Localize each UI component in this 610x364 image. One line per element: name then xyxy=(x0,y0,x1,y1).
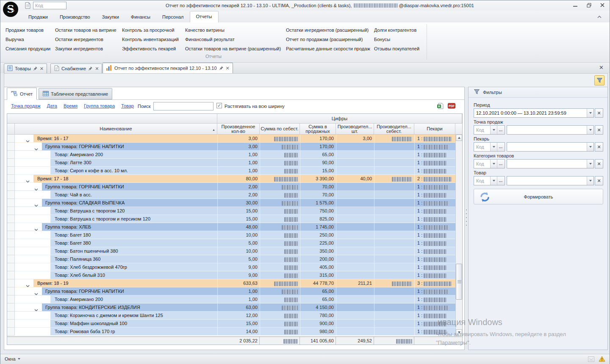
table-row[interactable]: Товар: Маффин шоколадный 10015,00900,001… xyxy=(7,320,462,328)
table-row[interactable]: Товар: Хлеб бездрожжевой 470гр9,00405,00… xyxy=(7,263,462,271)
grouping-link[interactable]: Товар xyxy=(121,103,134,108)
chevron-down-icon[interactable] xyxy=(587,160,593,168)
document-tab[interactable]: Товары✕ xyxy=(4,63,47,73)
expand-collapse-icon[interactable] xyxy=(34,290,38,295)
pin-icon[interactable] xyxy=(88,66,93,71)
expand-collapse-icon[interactable] xyxy=(26,177,30,183)
clear-filter-icon[interactable]: ✕ xyxy=(595,125,603,135)
table-row[interactable]: Товар: Ватрушка с творогом 12015,00750,0… xyxy=(7,207,462,215)
table-row[interactable]: Товар: Латте 3001,0090,001 : xyxy=(7,159,462,167)
menu-tab[interactable]: Закупки xyxy=(96,12,125,22)
ribbon-report-link[interactable]: Отзывы покупателей xyxy=(372,44,421,53)
table-row[interactable]: Товар: Американо 2001,0065,001 : xyxy=(7,295,462,303)
document-tab[interactable]: Снабжение✕ xyxy=(50,63,102,73)
table-row[interactable]: Группа товара: ХЛЕБ48,001 745,001 : xyxy=(7,223,462,231)
browse-icon[interactable]: … xyxy=(497,143,505,151)
expand-collapse-icon[interactable] xyxy=(34,201,38,207)
menu-tab[interactable]: Производство xyxy=(54,12,96,22)
filter-toggle-button[interactable] xyxy=(594,75,604,85)
export-excel-icon[interactable] xyxy=(437,103,444,110)
table-row[interactable]: Товар: Хлеб белый 3109,00315,001 : xyxy=(7,271,462,279)
pin-icon[interactable] xyxy=(33,66,38,71)
grouping-link[interactable]: Точка продаж xyxy=(11,103,41,108)
ribbon-report-link[interactable]: Контроль инвентаризаций xyxy=(120,35,180,44)
close-button[interactable] xyxy=(599,2,605,8)
collapse-ribbon-icon[interactable] xyxy=(597,15,603,20)
table-row[interactable]: Группа товара: ГОРЯЧИЕ НАПИТКИ2,0070,001… xyxy=(7,183,462,191)
clear-filter-icon[interactable]: ✕ xyxy=(595,142,603,152)
search-input[interactable] xyxy=(153,102,214,110)
table-row[interactable]: Товар: Корзиночка с джемом и кремом Шант… xyxy=(7,312,462,320)
table-row[interactable]: Товар: Сироп к кофе в асс. 10 мл.1,0015,… xyxy=(7,167,462,175)
ribbon-report-link[interactable]: Расчитанные данные скорости продаж xyxy=(284,44,372,53)
table-row[interactable]: Товар: Чай в асс.2,0070,001 : xyxy=(7,191,462,199)
code-lookup[interactable]: Код… xyxy=(474,176,505,185)
chevron-down-icon[interactable] xyxy=(587,109,593,117)
warning-icon[interactable] xyxy=(599,356,605,363)
menu-tab[interactable]: Финансы xyxy=(125,12,156,22)
ribbon-report-link[interactable]: Долги контрагентов xyxy=(372,25,421,35)
minimize-button[interactable] xyxy=(572,2,578,8)
clear-filter-icon[interactable]: ✕ xyxy=(595,159,603,168)
tab-close-icon[interactable]: ✕ xyxy=(40,66,44,71)
expand-collapse-icon[interactable] xyxy=(34,226,38,231)
ribbon-report-link[interactable]: Качество витрины xyxy=(183,25,283,35)
table-row[interactable]: Товар: Багет 18010,00250,001 : xyxy=(7,231,462,239)
period-input[interactable]: 12.10.2021 0:00:00 — 13.10.2021 23:59:59 xyxy=(474,108,594,118)
chevron-down-icon[interactable] xyxy=(490,126,497,134)
windows-menu[interactable]: Окна xyxy=(5,356,20,361)
table-row[interactable]: Время: 18 - 19633,6344 778,70211,213 : xyxy=(7,279,462,287)
ribbon-report-link[interactable]: Остатки ингредиентов xyxy=(53,35,118,44)
tab-table-view[interactable]: Табличное представление xyxy=(39,88,112,99)
expand-collapse-icon[interactable] xyxy=(26,282,30,287)
value-input[interactable] xyxy=(507,142,594,152)
chevron-down-icon[interactable] xyxy=(587,126,593,134)
tab-close-icon[interactable]: ✕ xyxy=(226,66,230,70)
chevron-down-icon[interactable] xyxy=(587,176,593,185)
column-header-sales-sum[interactable]: Сумма в продажных xyxy=(300,124,336,134)
column-header-cost-sum[interactable]: Сумма по себест. xyxy=(260,124,300,134)
table-row[interactable]: Время: 16 - 173,00170,003,001 : xyxy=(7,135,462,143)
menu-tab[interactable]: Отчеты xyxy=(190,11,219,22)
table-row[interactable]: Группа товара: ГОРЯЧИЕ НАПИТКИ3,00170,00… xyxy=(7,143,462,151)
code-input[interactable] xyxy=(33,2,67,9)
table-row[interactable]: Время: 17 - 1880,003 390,0040,002 : xyxy=(7,175,462,183)
chevron-down-icon[interactable] xyxy=(587,143,593,151)
stretch-checkbox[interactable]: ✓ xyxy=(216,103,222,108)
expand-collapse-icon[interactable] xyxy=(26,137,30,143)
grouping-link[interactable]: Дата xyxy=(47,103,57,108)
column-header-name[interactable]: Наименование▲ xyxy=(15,124,217,134)
ribbon-report-link[interactable]: Остатки товаров на витрине (расширенный) xyxy=(183,44,283,53)
pin-icon[interactable] xyxy=(219,66,224,71)
ribbon-report-link[interactable]: Продажи товаров xyxy=(4,25,52,35)
table-row[interactable]: Товар: Багет 3805,00225,001 : xyxy=(7,239,462,247)
table-row[interactable]: Группа товара: ГОРЯЧИЕ НАПИТКИ1,0065,001… xyxy=(7,287,462,295)
ribbon-report-link[interactable]: Остатки ингредиентов (расширенный) xyxy=(284,25,372,35)
ribbon-report-link[interactable]: Выручка xyxy=(4,35,52,44)
ribbon-report-link[interactable]: Закупки ингредиентов xyxy=(53,44,118,53)
code-lookup[interactable]: Код… xyxy=(474,159,505,168)
browse-icon[interactable]: … xyxy=(497,126,505,134)
table-row[interactable]: Группа товара: КОНДИТЕРСКИЕ ИЗДЕЛИЯ63,00… xyxy=(7,303,462,312)
table-row[interactable]: Группа товара: СЛАДКАЯ ВЫПЕЧКА30,001 575… xyxy=(7,199,462,207)
menu-tab[interactable]: Персонал xyxy=(156,12,190,22)
table-row[interactable]: Товар: Ромовая баба 170 гр14,00980,001 : xyxy=(7,328,462,336)
expand-collapse-icon[interactable] xyxy=(34,306,38,312)
table-row[interactable]: Товар: Американо 2001,0065,001 : xyxy=(7,151,462,159)
ribbon-report-link[interactable]: Остатки товаров на витрине xyxy=(53,25,118,35)
expand-collapse-icon[interactable] xyxy=(34,145,38,151)
value-input[interactable] xyxy=(507,176,594,185)
menu-tab[interactable]: Продажи xyxy=(22,12,54,22)
column-header-productivity-cost[interactable]: Производител... себест. xyxy=(374,124,414,134)
expand-collapse-icon[interactable] xyxy=(34,185,38,191)
panel-splitter[interactable] xyxy=(465,87,468,350)
document-tab[interactable]: Отчет по эффективности пекарей 12.10 - 1… xyxy=(103,63,233,73)
code-lookup[interactable]: Код… xyxy=(474,142,505,152)
generate-report-button[interactable]: Формировать xyxy=(474,189,603,204)
tab-close-icon[interactable]: ✕ xyxy=(95,66,99,71)
ribbon-report-link[interactable]: Эффективность пекарей xyxy=(120,44,180,53)
chevron-down-icon[interactable] xyxy=(490,143,497,151)
ribbon-report-link[interactable]: Финансовый результат xyxy=(183,35,283,44)
value-input[interactable] xyxy=(507,159,594,168)
scroll-up-icon[interactable] xyxy=(456,135,462,141)
